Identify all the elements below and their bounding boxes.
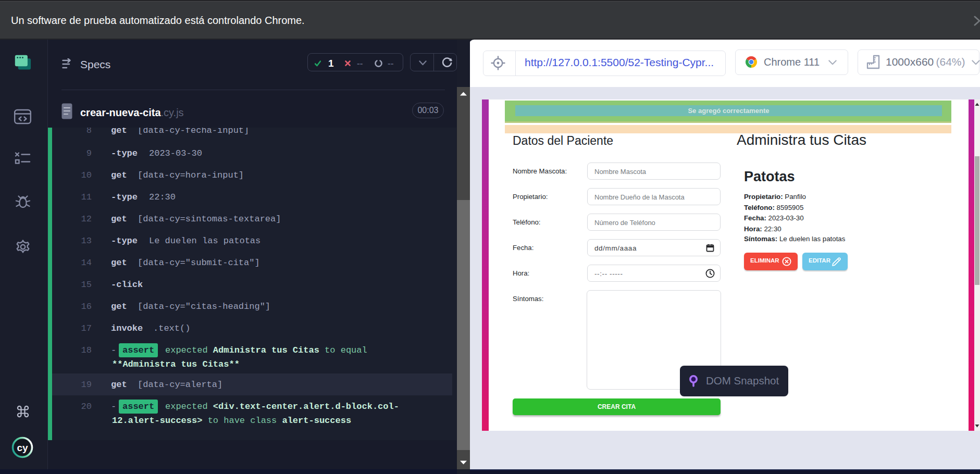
svg-text:cy: cy xyxy=(17,442,28,453)
